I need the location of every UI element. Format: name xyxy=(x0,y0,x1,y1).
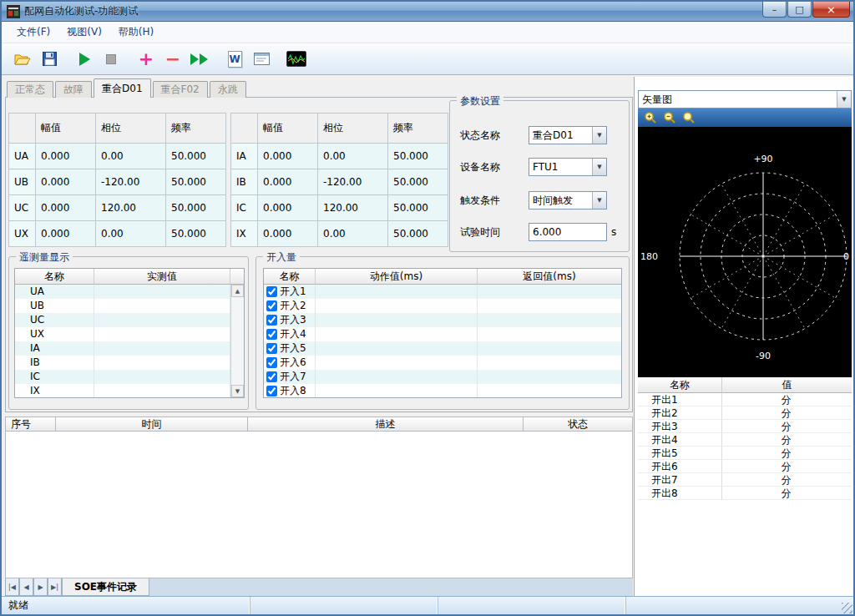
cell-amplitude[interactable]: 0.000 xyxy=(258,221,318,247)
list-item[interactable]: 开入3 xyxy=(264,313,621,327)
tab-reclose-d01[interactable]: 重合D01 xyxy=(94,78,151,98)
device-name-select[interactable]: FTU1 ▼ xyxy=(529,158,607,176)
cell-frequency[interactable]: 50.000 xyxy=(388,169,448,195)
cell-frequency[interactable]: 50.000 xyxy=(166,144,226,169)
di-checkbox[interactable] xyxy=(266,300,277,311)
test-time-input[interactable] xyxy=(529,223,607,241)
list-item[interactable]: 开出6分 xyxy=(638,460,852,473)
vertical-scrollbar[interactable]: ▲ ▼ xyxy=(230,285,244,397)
list-item[interactable]: 开入6 xyxy=(264,356,621,370)
cell-amplitude[interactable]: 0.000 xyxy=(258,195,318,221)
maximize-button[interactable]: □ xyxy=(787,2,812,18)
list-item[interactable]: 开入2 xyxy=(264,299,621,313)
cell-frequency[interactable]: 50.000 xyxy=(388,144,448,169)
list-item[interactable]: 开出5分 xyxy=(638,447,852,460)
telemetry-col-name[interactable]: 名称 xyxy=(15,269,94,285)
next-page-button[interactable]: ▶ xyxy=(33,578,48,596)
list-item[interactable]: 开入5 xyxy=(264,341,621,356)
list-item[interactable]: IC xyxy=(15,370,244,384)
chevron-down-icon[interactable]: ▼ xyxy=(837,91,851,108)
menu-file[interactable]: 文件(F) xyxy=(8,23,58,42)
title-bar[interactable]: 配网自动化测试-功能测试 – □ × xyxy=(2,2,853,22)
zoom-reset-button[interactable] xyxy=(680,110,697,125)
resize-grip-icon[interactable] xyxy=(842,603,852,613)
run-all-button[interactable] xyxy=(189,48,210,70)
menu-help[interactable]: 帮助(H) xyxy=(110,23,162,42)
cell-phase[interactable]: 0.00 xyxy=(96,221,166,247)
zoom-in-button[interactable] xyxy=(641,110,659,125)
list-item[interactable]: UB xyxy=(15,299,244,313)
di-checkbox[interactable] xyxy=(266,329,277,340)
open-button[interactable] xyxy=(12,48,33,70)
cell-phase[interactable]: 0.00 xyxy=(96,144,166,169)
chevron-down-icon[interactable]: ▼ xyxy=(592,159,606,175)
list-item[interactable]: 开入8 xyxy=(264,384,621,398)
list-item[interactable]: 开出3分 xyxy=(638,420,852,433)
list-item[interactable]: 开入1 xyxy=(264,285,621,299)
scroll-down-button[interactable]: ▼ xyxy=(231,385,244,397)
view-mode-select[interactable]: 矢量图 ▼ xyxy=(638,90,852,109)
start-test-button[interactable] xyxy=(73,48,95,70)
cell-phase[interactable]: -120.00 xyxy=(318,169,388,195)
menu-view[interactable]: 视图(V) xyxy=(58,23,110,42)
close-button[interactable]: × xyxy=(812,2,850,18)
stop-test-button[interactable] xyxy=(100,48,122,70)
word-report-button[interactable]: W xyxy=(224,48,245,70)
list-item[interactable]: 开入4 xyxy=(264,327,621,341)
cell-amplitude[interactable]: 0.000 xyxy=(258,144,318,169)
list-item[interactable]: IX xyxy=(15,384,244,398)
trigger-condition-select[interactable]: 时间触发 ▼ xyxy=(529,191,607,210)
list-item[interactable]: 开出7分 xyxy=(638,473,852,487)
cell-amplitude[interactable]: 0.000 xyxy=(36,169,96,195)
tab-soe-event-log[interactable]: SOE事件记录 xyxy=(62,578,149,596)
add-state-button[interactable]: + xyxy=(135,48,157,70)
di-checkbox[interactable] xyxy=(266,386,277,396)
telemetry-col-value[interactable]: 实测值 xyxy=(94,269,230,285)
di-checkbox[interactable] xyxy=(266,371,277,382)
chevron-down-icon[interactable]: ▼ xyxy=(592,127,606,144)
minimize-button[interactable]: – xyxy=(762,2,787,18)
list-item[interactable]: 开出1分 xyxy=(638,393,852,406)
di-checkbox[interactable] xyxy=(266,357,277,368)
di-col-return[interactable]: 返回值(ms) xyxy=(478,269,621,285)
cell-amplitude[interactable]: 0.000 xyxy=(258,169,318,195)
chevron-down-icon[interactable]: ▼ xyxy=(592,192,606,209)
last-page-button[interactable]: ▶| xyxy=(48,578,62,596)
tab-permanent-trip[interactable]: 永跳 xyxy=(210,81,246,98)
list-item[interactable]: 开出8分 xyxy=(638,487,852,500)
di-checkbox[interactable] xyxy=(266,343,277,354)
event-col-status[interactable]: 状态 xyxy=(524,417,633,432)
delete-state-button[interactable]: − xyxy=(162,48,184,70)
cell-phase[interactable]: 0.00 xyxy=(318,221,388,247)
list-item[interactable]: 开出4分 xyxy=(638,433,852,447)
report-view-button[interactable] xyxy=(250,48,272,70)
di-col-name[interactable]: 名称 xyxy=(264,269,316,285)
tab-reclose-f02[interactable]: 重合F02 xyxy=(153,81,208,98)
prev-page-button[interactable]: ◀ xyxy=(19,578,33,596)
first-page-button[interactable]: |◀ xyxy=(5,578,19,596)
list-item[interactable]: 开入7 xyxy=(264,370,621,384)
cell-amplitude[interactable]: 0.000 xyxy=(36,221,96,247)
event-col-description[interactable]: 描述 xyxy=(248,417,524,432)
tab-fault[interactable]: 故障 xyxy=(55,81,92,98)
cell-frequency[interactable]: 50.000 xyxy=(388,195,448,221)
cell-frequency[interactable]: 50.000 xyxy=(166,221,226,247)
list-item[interactable]: IA xyxy=(15,341,244,356)
scroll-up-button[interactable]: ▲ xyxy=(231,285,244,297)
cell-frequency[interactable]: 50.000 xyxy=(166,169,226,195)
cell-phase[interactable]: 0.00 xyxy=(318,144,388,169)
do-col-value[interactable]: 值 xyxy=(722,377,852,393)
cell-amplitude[interactable]: 0.000 xyxy=(36,195,96,221)
list-item[interactable]: UC xyxy=(15,313,244,327)
di-checkbox[interactable] xyxy=(266,315,277,326)
cell-phase[interactable]: 120.00 xyxy=(96,195,166,221)
cell-frequency[interactable]: 50.000 xyxy=(166,195,226,221)
cell-frequency[interactable]: 50.000 xyxy=(388,221,448,247)
waveform-view-button[interactable] xyxy=(286,48,307,70)
list-item[interactable]: UX xyxy=(15,327,244,341)
list-item[interactable]: UA xyxy=(15,285,244,299)
cell-phase[interactable]: 120.00 xyxy=(318,195,388,221)
event-col-time[interactable]: 时间 xyxy=(56,417,248,432)
tab-normal-state[interactable]: 正常态 xyxy=(7,81,53,98)
event-col-index[interactable]: 序号 xyxy=(5,417,56,432)
